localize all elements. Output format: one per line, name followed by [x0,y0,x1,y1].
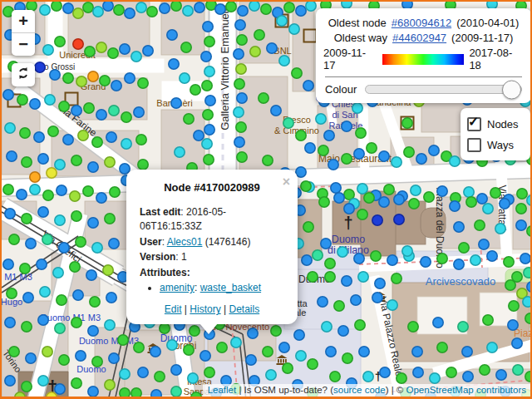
node-marker[interactable] [143,46,153,56]
node-marker[interactable] [313,250,323,260]
node-marker[interactable] [175,147,185,157]
node-marker[interactable] [454,222,464,232]
node-marker[interactable] [470,255,480,265]
colour-slider-handle[interactable] [502,80,521,99]
node-marker[interactable] [437,254,447,264]
node-marker[interactable] [26,239,36,249]
node-marker[interactable] [136,135,146,145]
node-marker[interactable] [118,335,128,345]
node-marker[interactable] [215,4,225,14]
node-marker[interactable] [71,378,81,388]
node-marker[interactable] [525,372,532,382]
node-marker[interactable] [71,106,81,116]
node-marker[interactable] [356,128,366,138]
node-marker[interactable] [138,160,148,170]
node-marker[interactable] [235,20,245,30]
node-marker[interactable] [38,315,48,325]
node-marker[interactable] [96,42,106,52]
node-marker[interactable] [125,73,135,83]
node-marker[interactable] [237,35,247,45]
node-marker[interactable] [88,387,98,397]
node-marker[interactable] [477,194,487,204]
node-marker[interactable] [35,62,45,72]
node-marker[interactable] [110,187,120,197]
node-marker[interactable] [458,322,468,332]
node-marker[interactable] [495,224,505,234]
node-marker[interactable] [83,2,93,12]
node-marker[interactable] [379,197,389,207]
node-marker[interactable] [121,112,131,122]
node-marker[interactable] [306,2,316,11]
node-marker[interactable] [191,392,201,399]
node-marker[interactable] [412,347,422,357]
node-marker[interactable] [190,326,200,336]
node-marker[interactable] [84,103,94,113]
node-marker[interactable] [342,276,352,286]
node-marker[interactable] [70,262,80,272]
node-marker[interactable] [284,2,294,12]
node-marker[interactable] [259,93,268,103]
node-marker[interactable] [108,48,118,58]
node-marker[interactable] [446,367,456,377]
node-marker[interactable] [411,185,421,195]
node-marker[interactable] [322,322,332,332]
node-marker[interactable] [318,145,328,155]
node-marker[interactable] [131,52,141,62]
node-marker[interactable] [138,367,148,377]
node-marker[interactable] [147,7,157,17]
node-marker[interactable] [454,259,464,269]
node-marker[interactable] [76,76,86,86]
node-marker[interactable] [3,259,13,269]
node-marker[interactable] [202,81,212,91]
node-marker[interactable] [404,147,414,157]
node-marker[interactable] [151,390,161,399]
node-marker[interactable] [109,106,119,116]
node-marker[interactable] [106,293,116,303]
node-marker[interactable] [5,376,15,386]
node-marker[interactable] [364,193,374,203]
node-marker[interactable] [7,151,17,161]
node-marker[interactable] [334,301,344,311]
node-marker[interactable] [57,185,66,195]
node-marker[interactable] [171,2,181,11]
node-marker[interactable] [105,214,115,224]
node-marker[interactable] [226,2,236,12]
node-marker[interactable] [48,126,58,136]
node-marker[interactable] [204,367,214,377]
node-marker[interactable] [342,353,352,363]
node-marker[interactable] [88,326,98,336]
node-marker[interactable] [324,131,334,140]
node-marker[interactable] [462,347,472,357]
node-marker[interactable] [525,313,532,323]
node-marker[interactable] [30,172,40,182]
node-marker[interactable] [496,370,506,380]
node-marker[interactable] [305,143,315,153]
node-marker[interactable] [433,318,443,328]
node-marker[interactable] [359,347,369,357]
attribution-link[interactable]: Leaflet [208,385,237,395]
node-marker[interactable] [334,193,344,203]
node-marker[interactable] [55,384,65,394]
node-marker[interactable] [5,318,15,328]
node-marker[interactable] [279,56,289,66]
node-marker[interactable] [114,5,124,15]
node-marker[interactable] [20,264,30,273]
node-marker[interactable] [513,365,523,375]
node-marker[interactable] [283,363,293,373]
node-marker[interactable] [55,215,65,225]
node-marker[interactable] [47,392,57,399]
node-marker[interactable] [131,388,141,398]
node-marker[interactable] [409,199,419,209]
nodes-checkbox[interactable] [467,117,481,131]
node-marker[interactable] [279,342,289,352]
node-marker[interactable] [202,139,212,149]
node-marker[interactable] [301,181,311,191]
node-marker[interactable] [71,211,81,221]
node-marker[interactable] [171,365,181,375]
attribute-value-link[interactable]: waste_basket [200,282,261,293]
node-marker[interactable] [318,297,328,307]
node-marker[interactable] [43,190,53,200]
node-marker[interactable] [429,145,439,155]
node-marker[interactable] [201,52,211,62]
node-marker[interactable] [325,259,335,268]
